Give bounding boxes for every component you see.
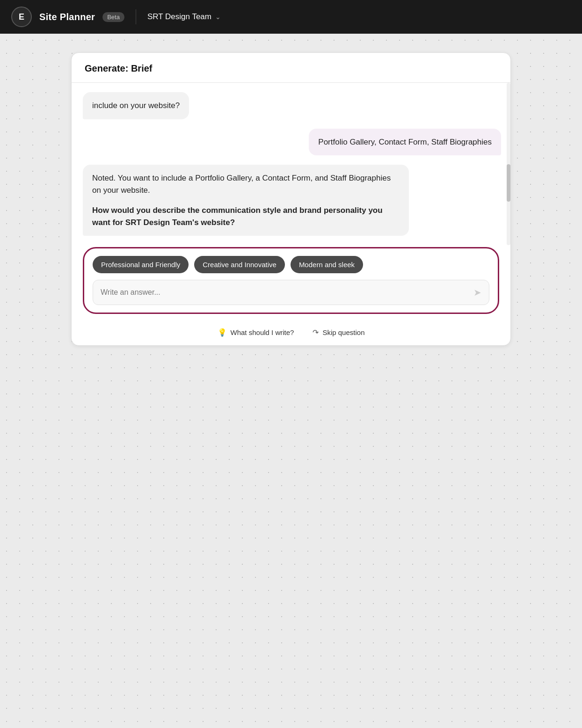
- team-selector[interactable]: SRT Design Team ⌄: [147, 12, 221, 22]
- bot-message-1: include on your website?: [83, 92, 189, 119]
- main-card: Generate: Brief include on your website?…: [71, 52, 511, 346]
- logo-text: E: [19, 12, 24, 22]
- navbar: E Site Planner Beta SRT Design Team ⌄: [0, 0, 582, 34]
- lightbulb-icon: 💡: [218, 328, 227, 337]
- app-title: Site Planner: [39, 12, 95, 22]
- chip-professional[interactable]: Professional and Friendly: [93, 256, 189, 273]
- beta-badge: Beta: [102, 12, 124, 22]
- answer-input[interactable]: [101, 288, 473, 297]
- hint-label: What should I write?: [231, 328, 294, 336]
- chip-modern[interactable]: Modern and sleek: [291, 256, 363, 273]
- hint-action[interactable]: 💡 What should I write?: [218, 328, 294, 337]
- card-header: Generate: Brief: [72, 53, 510, 83]
- navbar-divider: [136, 9, 136, 24]
- bot-message-2-bold: How would you describe the communication…: [92, 204, 400, 228]
- scrollbar-track[interactable]: [507, 83, 510, 245]
- footer-actions: 💡 What should I write? ↷ Skip question: [72, 321, 510, 345]
- app-logo: E: [11, 7, 32, 27]
- input-highlight-box: Professional and Friendly Creative and I…: [83, 247, 499, 314]
- answer-input-row: ➤: [93, 280, 489, 305]
- chip-creative[interactable]: Creative and Innovative: [194, 256, 285, 273]
- bot-message-2-plain: Noted. You want to include a Portfolio G…: [92, 172, 400, 196]
- bot-message-1-text: include on your website?: [92, 100, 180, 112]
- main-area: Generate: Brief include on your website?…: [0, 34, 582, 728]
- card-title: Generate: Brief: [85, 63, 497, 74]
- input-section: Professional and Friendly Creative and I…: [72, 245, 510, 321]
- scrollbar-thumb[interactable]: [507, 164, 510, 202]
- skip-icon: ↷: [313, 328, 319, 337]
- user-message-1: Portfolio Gallery, Contact Form, Staff B…: [309, 129, 501, 156]
- suggestion-chips: Professional and Friendly Creative and I…: [93, 256, 489, 273]
- chat-area: include on your website? Portfolio Galle…: [72, 83, 510, 245]
- bot-message-2: Noted. You want to include a Portfolio G…: [83, 165, 409, 236]
- skip-action[interactable]: ↷ Skip question: [313, 328, 364, 337]
- team-name: SRT Design Team: [147, 12, 211, 22]
- chevron-down-icon: ⌄: [215, 13, 221, 21]
- skip-label: Skip question: [322, 328, 364, 336]
- user-message-1-text: Portfolio Gallery, Contact Form, Staff B…: [318, 136, 492, 148]
- send-icon[interactable]: ➤: [473, 287, 481, 298]
